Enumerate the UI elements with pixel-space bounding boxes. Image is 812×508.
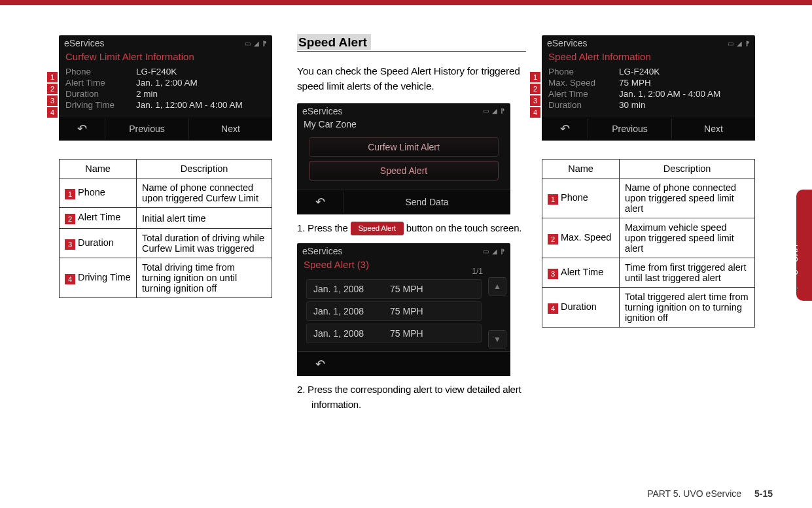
side-tab-label: UVO eServices — [790, 245, 799, 303]
row-label: Alert Time — [65, 78, 136, 88]
row-num: 1 — [65, 189, 75, 199]
row-name: Alert Time — [78, 212, 120, 222]
send-data-button[interactable]: Send Data — [343, 192, 510, 212]
intro-paragraph: You can check the Speed Alert History fo… — [297, 63, 526, 94]
row-value: LG-F240K — [619, 67, 660, 76]
row-num: 3 — [65, 239, 75, 250]
device-heading: My Car Zone — [297, 118, 510, 131]
callout-3: 3 — [530, 95, 540, 106]
row-desc: Time from first triggered alert until la… — [620, 258, 755, 288]
curfew-description-table: Name Description 1Phone Name of phone co… — [59, 159, 272, 298]
previous-button[interactable]: Previous — [588, 118, 671, 139]
table-row: 4Duration Total triggered alert time fro… — [542, 288, 755, 328]
table-row: 2Alert Time Initial alert time — [60, 208, 272, 229]
device-title: eServices — [64, 38, 104, 48]
top-accent-bar — [0, 0, 812, 5]
row-value: 2 min — [136, 89, 158, 99]
row-desc: Maximum vehicle speed upon triggered spe… — [620, 218, 755, 258]
page-content: 1 2 3 4 eServices ▭ ◢ ⁋ Curfew Limit Ale… — [0, 5, 812, 433]
table-head-desc: Description — [137, 160, 272, 178]
back-button[interactable]: ↶ — [542, 116, 588, 141]
row-desc: Name of phone connected upon triggered C… — [137, 178, 272, 208]
status-icons: ▭ ◢ ⁋ — [483, 107, 505, 114]
row-name: Duration — [78, 237, 114, 248]
curfew-info-screenshot: 1 2 3 4 eServices ▭ ◢ ⁋ Curfew Limit Ale… — [59, 35, 281, 141]
status-icons: ▭ ◢ ⁋ — [483, 248, 505, 255]
row-desc: Total driving time from turning ignition… — [137, 258, 272, 298]
table-row: 3Alert Time Time from first triggered al… — [542, 258, 755, 288]
status-icons: ▭ ◢ ⁋ — [728, 40, 750, 47]
speed-alert-button[interactable]: Speed Alert — [309, 161, 499, 180]
row-desc: Total triggered alert time from turning … — [620, 288, 755, 328]
scroll-up-button[interactable]: ▲ — [488, 277, 506, 296]
curfew-limit-alert-button[interactable]: Curfew Limit Alert — [309, 137, 499, 157]
callout-2: 2 — [530, 84, 540, 94]
row-name: Max. Speed — [561, 232, 611, 243]
device-title: eServices — [302, 246, 342, 256]
row-value: Jan. 1, 2:00 AM - 4:00 AM — [619, 89, 720, 99]
page-footer: PART 5. UVO eService 5-15 — [647, 488, 773, 499]
next-button[interactable]: Next — [188, 118, 272, 139]
scroll-bar: ▲ ▼ — [488, 277, 506, 348]
row-value: LG-F240K — [136, 67, 177, 76]
table-row: 2Max. Speed Maximum vehicle speed upon t… — [542, 218, 755, 258]
row-label: Phone — [548, 67, 619, 76]
alert-list-item[interactable]: Jan. 1, 200875 MPH — [306, 324, 482, 343]
callout-2: 2 — [47, 84, 58, 94]
back-button[interactable]: ↶ — [59, 116, 105, 141]
device-heading: Speed Alert Information — [542, 50, 755, 66]
row-label: Duration — [65, 89, 136, 99]
row-num: 3 — [548, 269, 558, 279]
device-title: eServices — [547, 38, 587, 48]
side-tab: UVO eServices — [796, 190, 812, 301]
row-label: Alert Time — [548, 89, 619, 99]
row-value: 30 min — [619, 100, 646, 110]
device-screen: eServices ▭ ◢ ⁋ Curfew Limit Alert Infor… — [59, 35, 272, 141]
row-num: 4 — [65, 274, 75, 284]
row-num: 1 — [548, 194, 558, 205]
device-title: eServices — [302, 106, 342, 116]
back-button[interactable]: ↶ — [297, 190, 343, 214]
callout-1: 1 — [47, 72, 58, 82]
previous-button[interactable]: Previous — [105, 118, 188, 139]
row-name: Phone — [78, 187, 105, 197]
step-1: 1. Press the Speed Alert button on the t… — [297, 221, 526, 236]
speed-callout-numbers: 1 2 3 4 — [530, 72, 540, 118]
speed-alert-info-screenshot: 1 2 3 4 eServices ▭ ◢ ⁋ Speed Alert Info… — [542, 35, 764, 141]
speed-alert-list-screenshot: eServices ▭ ◢ ⁋ Speed Alert (3) 1/1 Jan.… — [297, 243, 510, 376]
table-head-name: Name — [542, 160, 620, 178]
footer-part: PART 5. UVO eService — [647, 488, 741, 499]
status-icons: ▭ ◢ ⁋ — [245, 40, 267, 47]
row-num: 4 — [548, 303, 558, 314]
section-heading: Speed Alert — [297, 35, 526, 52]
page-indicator: 1/1 — [472, 267, 483, 276]
table-row: 1Phone Name of phone connected upon trig… — [60, 178, 272, 208]
row-label: Phone — [65, 67, 136, 76]
alert-list-item[interactable]: Jan. 1, 200875 MPH — [306, 279, 482, 299]
table-row: 3Duration Total duration of driving whil… — [60, 229, 272, 258]
my-car-zone-screenshot: eServices ▭ ◢ ⁋ My Car Zone Curfew Limit… — [297, 103, 510, 214]
row-name: Phone — [561, 192, 588, 203]
next-button[interactable]: Next — [671, 118, 755, 139]
row-value: 75 MPH — [619, 78, 651, 88]
row-name: Alert Time — [561, 267, 603, 277]
alert-list-item[interactable]: Jan. 1, 200875 MPH — [306, 301, 482, 321]
scroll-down-button[interactable]: ▼ — [488, 330, 506, 348]
column-3: 1 2 3 4 eServices ▭ ◢ ⁋ Speed Alert Info… — [542, 35, 764, 420]
row-desc: Total duration of driving while Curfew L… — [137, 229, 272, 258]
footer-page-number: 5-15 — [754, 488, 773, 499]
column-1: 1 2 3 4 eServices ▭ ◢ ⁋ Curfew Limit Ale… — [59, 35, 281, 420]
speed-description-table: Name Description 1Phone Name of phone co… — [542, 159, 755, 328]
row-name: Duration — [561, 301, 597, 312]
row-label: Driving Time — [65, 100, 136, 110]
row-desc: Name of phone connected upon triggered s… — [620, 178, 755, 218]
row-label: Max. Speed — [548, 78, 619, 88]
column-2: Speed Alert You can check the Speed Aler… — [297, 35, 526, 420]
callout-1: 1 — [530, 72, 540, 82]
device-heading: Curfew Limit Alert Information — [59, 50, 272, 66]
step-2: 2. Press the corresponding alert to view… — [297, 382, 526, 412]
back-button[interactable]: ↶ — [297, 352, 343, 377]
callout-3: 3 — [47, 95, 58, 106]
table-row: 1Phone Name of phone connected upon trig… — [542, 178, 755, 218]
speed-alert-inline-button: Speed Alert — [351, 222, 404, 235]
